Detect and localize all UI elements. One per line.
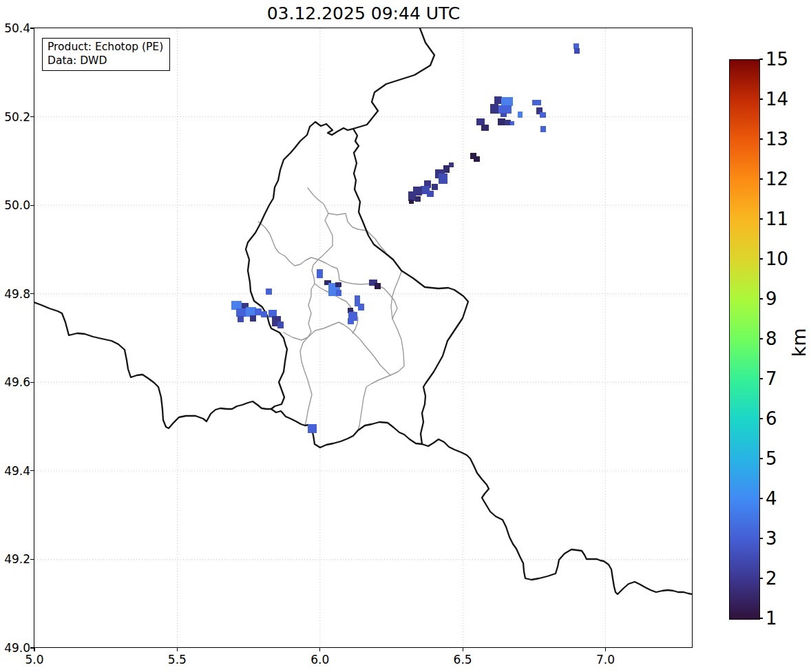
x-tick-mark: [177, 648, 178, 651]
colorbar-tick-mark: [759, 138, 763, 139]
y-tick-mark: [30, 559, 34, 560]
colorbar-unit-label: km: [788, 322, 810, 364]
radar-cell: [474, 156, 480, 162]
radar-cell: [266, 288, 272, 295]
y-tick-label: 49.8: [1, 287, 30, 301]
colorbar-tick-label: 12: [766, 169, 788, 189]
colorbar-tick-label: 2: [766, 568, 777, 589]
radar-cell: [498, 105, 512, 114]
colorbar-tick-label: 14: [766, 89, 788, 109]
colorbar-tick-mark: [759, 218, 763, 219]
y-tick-mark: [30, 382, 34, 383]
colorbar-tick-mark: [759, 338, 763, 339]
colorbar-tick-mark: [759, 458, 763, 459]
country-border-path: [271, 409, 422, 448]
radar-cell: [490, 104, 498, 114]
colorbar-tick-label: 6: [766, 408, 777, 429]
y-tick-mark: [30, 647, 34, 648]
colorbar-tick-mark: [759, 498, 763, 498]
y-tick-mark: [30, 470, 34, 471]
y-tick-mark: [30, 28, 34, 28]
country-border-path: [246, 127, 310, 409]
y-tick-label: 50.2: [1, 110, 30, 124]
radar-cell: [540, 126, 546, 132]
colorbar-tick-mark: [759, 178, 763, 179]
x-tick-label: 5.5: [168, 653, 187, 666]
radar-cell: [501, 113, 507, 117]
colorbar-tick-mark: [759, 618, 763, 618]
colorbar-tick-mark: [759, 98, 763, 99]
radar-cell: [573, 43, 579, 49]
radar-cell: [246, 307, 256, 317]
colorbar-tick-label: 8: [766, 328, 777, 349]
radar-cell: [408, 191, 416, 201]
colorbar-tick-label: 4: [766, 488, 777, 509]
colorbar-tick-label: 10: [766, 249, 788, 269]
map-svg: [34, 28, 692, 647]
colorbar: [729, 59, 760, 620]
radar-cell: [317, 269, 323, 278]
colorbar-tick-label: 5: [766, 448, 777, 469]
x-tick-label: 5.0: [25, 653, 43, 666]
legend-product-line: Product: Echotop (PE): [48, 40, 163, 54]
country-border-path: [353, 28, 434, 129]
radar-cell: [427, 191, 434, 197]
country-border-path: [34, 302, 271, 428]
radar-cell: [481, 125, 489, 131]
y-tick-mark: [30, 205, 34, 206]
radar-cell: [505, 120, 511, 125]
colorbar-tick-label: 9: [766, 288, 777, 309]
y-tick-label: 49.6: [1, 375, 30, 389]
y-tick-label: 50.4: [1, 21, 30, 35]
colorbar-tick-mark: [759, 59, 763, 59]
radar-cell: [250, 315, 256, 322]
y-tick-label: 49.0: [1, 641, 30, 655]
radar-cell: [308, 424, 317, 433]
radar-cell: [574, 48, 580, 54]
radar-cell: [375, 283, 381, 289]
y-tick-mark: [30, 293, 34, 294]
product-legend-box: Product: Echotop (PE) Data: DWD: [42, 38, 170, 71]
radar-cell: [238, 316, 244, 322]
colorbar-tick-label: 13: [766, 129, 788, 149]
map-plot-area: [34, 28, 693, 648]
colorbar-tick-label: 3: [766, 528, 777, 549]
colorbar-tick-label: 7: [766, 368, 777, 389]
radar-cell: [540, 112, 546, 118]
legend-data-line: Data: DWD: [48, 54, 163, 67]
y-tick-label: 49.2: [1, 552, 30, 566]
radar-cell: [501, 97, 513, 106]
admin-border-path: [358, 319, 404, 430]
colorbar-tick-mark: [759, 298, 763, 299]
colorbar-tick-label: 15: [766, 49, 788, 70]
colorbar-tick-mark: [759, 578, 763, 578]
radar-cell: [476, 118, 485, 125]
x-tick-mark: [463, 648, 463, 651]
radar-cell: [348, 318, 354, 324]
country-border-path: [310, 122, 353, 135]
colorbar-tick-label: 11: [766, 209, 788, 229]
x-tick-mark: [605, 648, 606, 651]
radar-cell: [255, 308, 262, 315]
radar-cell: [336, 290, 341, 296]
y-tick-label: 49.4: [1, 464, 30, 478]
radar-cell: [449, 162, 454, 167]
x-tick-mark: [319, 648, 320, 651]
y-tick-mark: [30, 116, 34, 117]
radar-cell: [439, 174, 447, 184]
plot-title: 03.12.2025 09:44 UTC: [34, 3, 693, 23]
x-tick-label: 6.5: [454, 653, 472, 666]
radar-cell: [518, 112, 523, 118]
colorbar-tick-label: 1: [766, 608, 777, 629]
radar-cell: [335, 282, 341, 287]
colorbar-tick-mark: [759, 418, 763, 419]
colorbar-tick-mark: [759, 258, 763, 259]
radar-cell: [494, 96, 502, 104]
radar-cell: [532, 100, 541, 105]
radar-cell: [415, 196, 421, 202]
colorbar-tick-mark: [759, 378, 763, 379]
radar-cell: [277, 322, 284, 328]
radar-cell: [409, 200, 414, 204]
admin-border-path: [284, 322, 390, 375]
radar-cell: [236, 308, 246, 317]
